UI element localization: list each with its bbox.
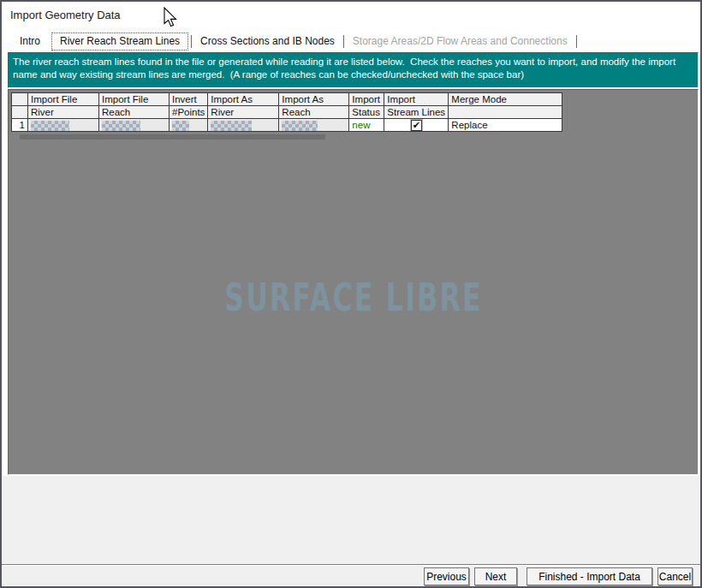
bottom-divider xyxy=(2,564,700,566)
import-status-cell: new xyxy=(349,119,384,132)
tab-bar: Intro River Reach Stream Lines Cross Sec… xyxy=(12,32,578,50)
header-cell-merge-mode: Merge Mode xyxy=(449,93,562,106)
header-cell xyxy=(449,106,562,119)
header-cell: Status xyxy=(349,106,384,119)
watermark-text: SURFACE LIBRE xyxy=(224,276,483,319)
header-cell: River xyxy=(208,106,279,119)
reach-import-table: Import File Import File Invert Import As… xyxy=(11,92,562,132)
table-header-row-1: Import File Import File Invert Import As… xyxy=(12,93,562,106)
tab-storage-areas-2d-flow: Storage Areas/2D Flow Areas and Connecti… xyxy=(345,33,575,50)
stream-lines-checkbox[interactable]: ✔ xyxy=(411,120,422,131)
redacted-value xyxy=(172,121,189,131)
header-cell: Stream Lines xyxy=(384,106,449,119)
header-cell: Reach xyxy=(99,106,170,119)
redacted-value xyxy=(282,121,318,131)
header-cell xyxy=(12,93,28,106)
import-file-river-cell[interactable] xyxy=(28,119,99,132)
finished-import-data-button[interactable]: Finished - Import Data xyxy=(526,567,652,585)
redaction-smudge xyxy=(20,134,325,140)
header-cell xyxy=(12,106,28,119)
tab-separator xyxy=(576,35,577,48)
mouse-cursor-icon xyxy=(162,7,177,29)
next-button[interactable]: Next xyxy=(474,567,517,585)
row-number-cell: 1 xyxy=(12,119,28,132)
import-geometry-data-dialog: Import Geometry Data Intro River Reach S… xyxy=(0,0,702,588)
import-file-reach-cell[interactable] xyxy=(99,119,170,132)
header-cell-import-file-river: Import File xyxy=(28,93,99,106)
tab-separator xyxy=(191,35,192,48)
invert-points-cell[interactable] xyxy=(170,119,208,132)
table-header-row-2: River Reach #Points River Reach Status S… xyxy=(12,106,562,119)
instruction-banner: The river reach stream lines found in th… xyxy=(8,52,699,88)
header-cell-import-as-river: Import As xyxy=(208,93,279,106)
bottom-bar: Previous Next Finished - Import Data Can… xyxy=(2,476,700,586)
tab-separator xyxy=(343,35,344,48)
content-panel: Import File Import File Invert Import As… xyxy=(8,89,699,475)
tab-cross-sections-ib-nodes[interactable]: Cross Sections and IB Nodes xyxy=(193,33,342,50)
redacted-value xyxy=(211,121,252,131)
header-cell-invert: Invert xyxy=(170,93,208,106)
tab-river-reach-stream-lines[interactable]: River Reach Stream Lines xyxy=(51,33,188,50)
header-cell: #Points xyxy=(170,106,208,119)
merge-mode-cell[interactable]: Replace xyxy=(449,119,562,132)
check-icon: ✔ xyxy=(413,120,420,130)
cancel-button[interactable]: Cancel xyxy=(657,567,693,585)
redacted-value xyxy=(102,121,140,131)
import-as-river-cell[interactable] xyxy=(208,119,279,132)
header-cell: River xyxy=(28,106,99,119)
import-as-reach-cell[interactable] xyxy=(279,119,349,132)
table-row: 1 new ✔ Replace xyxy=(12,119,562,132)
tab-intro[interactable]: Intro xyxy=(12,33,48,50)
header-cell-import-status: Import xyxy=(349,93,384,106)
header-cell-import-file-reach: Import File xyxy=(99,93,170,106)
dialog-title: Import Geometry Data xyxy=(10,9,121,21)
header-cell-import-stream-lines: Import xyxy=(384,93,449,106)
previous-button[interactable]: Previous xyxy=(424,567,469,585)
header-cell-import-as-reach: Import As xyxy=(279,93,349,106)
redacted-value xyxy=(31,121,69,131)
header-cell: Reach xyxy=(279,106,349,119)
import-stream-lines-cell[interactable]: ✔ xyxy=(384,119,449,132)
